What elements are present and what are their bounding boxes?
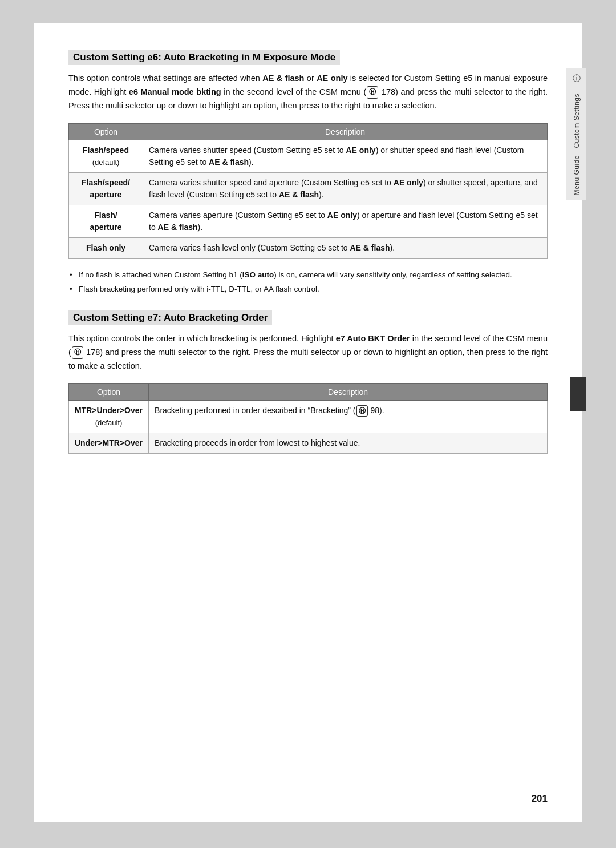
e7-row2-option: Under>MTR>Over	[69, 433, 149, 453]
e6-row1-desc: Camera varies shutter speed (Custom Sett…	[143, 140, 548, 172]
e6-row2-desc: Camera varies shutter speed and aperture…	[143, 172, 548, 205]
page-container: ⓘ Menu Guide—Custom Settings Custom Sett…	[34, 23, 582, 822]
sidebar-tab: ⓘ Menu Guide—Custom Settings	[566, 68, 586, 200]
page-number: 201	[532, 793, 548, 805]
table-row: Flash/speed (default) Camera varies shut…	[69, 140, 548, 172]
e7-col-option: Option	[69, 383, 149, 400]
section-e6-notes: If no flash is attached when Custom Sett…	[68, 269, 548, 296]
note-2: Flash bracketing performed only with i-T…	[68, 283, 548, 296]
e7-row2-desc: Bracketing proceeds in order from lowest…	[149, 433, 548, 453]
table-row: MTR>Under>Over (default) Bracketing perf…	[69, 400, 548, 433]
sidebar-label: Menu Guide—Custom Settings	[573, 94, 581, 195]
table-row: Flash/aperture Camera varies aperture (C…	[69, 205, 548, 237]
info-icon: ⓘ	[571, 73, 582, 84]
section-e6-heading-bold: Custom Setting e6:	[73, 52, 161, 63]
e6-col-description: Description	[143, 123, 548, 140]
e6-row2-option: Flash/speed/aperture	[69, 172, 143, 205]
e6-row1-option: Flash/speed (default)	[69, 140, 143, 172]
e6-row3-desc: Camera varies aperture (Custom Setting e…	[143, 205, 548, 237]
section-e7-body: This option controls the order in which …	[68, 332, 548, 373]
table-row: Flash/speed/aperture Camera varies shutt…	[69, 172, 548, 205]
section-e7-table: Option Description MTR>Under>Over (defau…	[68, 383, 548, 454]
section-e6-body: This option controls what settings are a…	[68, 72, 548, 113]
e7-col-description: Description	[149, 383, 548, 400]
table-row: Under>MTR>Over Bracketing proceeds in or…	[69, 433, 548, 453]
e7-row1-desc: Bracketing performed in order described …	[149, 400, 548, 433]
table-row: Flash only Camera varies flash level onl…	[69, 237, 548, 258]
dark-bookmark-tab	[570, 377, 586, 411]
section-e7-heading-bold: Custom Setting e7:	[73, 312, 161, 323]
section-e7-heading-normal: Auto Bracketing Order	[161, 312, 268, 323]
e6-col-option: Option	[69, 123, 143, 140]
section-e6-heading-normal: Auto Bracketing in M Exposure Mode	[161, 52, 335, 63]
note-1: If no flash is attached when Custom Sett…	[68, 269, 548, 281]
section-e7-heading: Custom Setting e7: Auto Bracketing Order	[68, 312, 548, 324]
e6-row3-option: Flash/aperture	[69, 205, 143, 237]
section-e6-table: Option Description Flash/speed (default)…	[68, 123, 548, 259]
e7-row1-option: MTR>Under>Over (default)	[69, 400, 149, 433]
section-e6-heading: Custom Setting e6: Auto Bracketing in M …	[68, 51, 548, 64]
e6-row4-option: Flash only	[69, 237, 143, 258]
e6-row4-desc: Camera varies flash level only (Custom S…	[143, 237, 548, 258]
